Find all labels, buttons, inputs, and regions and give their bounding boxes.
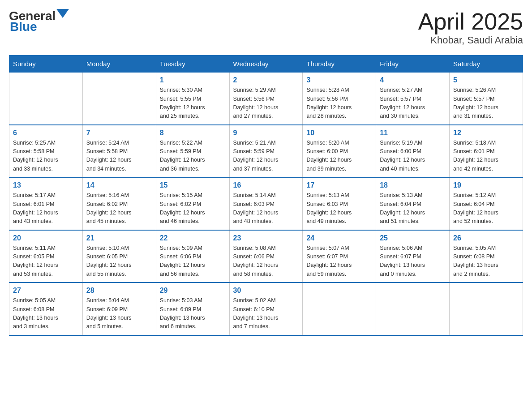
day-info: Sunrise: 5:19 AM Sunset: 6:00 PM Dayligh…	[380, 139, 446, 174]
day-number: 2	[233, 76, 299, 84]
day-number: 10	[306, 129, 372, 137]
day-info: Sunrise: 5:20 AM Sunset: 6:00 PM Dayligh…	[306, 139, 372, 174]
day-number: 8	[160, 129, 226, 137]
day-info: Sunrise: 5:24 AM Sunset: 5:58 PM Dayligh…	[86, 139, 152, 174]
calendar-cell: 6Sunrise: 5:25 AM Sunset: 5:58 PM Daylig…	[9, 125, 83, 178]
day-number: 19	[453, 181, 519, 189]
day-info: Sunrise: 5:30 AM Sunset: 5:55 PM Dayligh…	[160, 86, 226, 121]
day-number: 9	[233, 129, 299, 137]
calendar-cell: 1Sunrise: 5:30 AM Sunset: 5:55 PM Daylig…	[156, 73, 229, 125]
calendar-cell: 12Sunrise: 5:18 AM Sunset: 6:01 PM Dayli…	[450, 125, 523, 178]
day-number: 22	[160, 234, 226, 242]
day-number: 14	[86, 181, 152, 189]
calendar-table: SundayMondayTuesdayWednesdayThursdayFrid…	[9, 55, 523, 336]
calendar-week-row: 20Sunrise: 5:11 AM Sunset: 6:05 PM Dayli…	[9, 230, 523, 283]
day-number: 26	[453, 234, 519, 242]
day-number: 23	[233, 234, 299, 242]
calendar-cell	[82, 73, 156, 125]
day-info: Sunrise: 5:26 AM Sunset: 5:57 PM Dayligh…	[453, 86, 519, 121]
day-info: Sunrise: 5:11 AM Sunset: 6:05 PM Dayligh…	[13, 244, 79, 279]
header-tuesday: Tuesday	[156, 56, 229, 73]
day-number: 16	[233, 181, 299, 189]
header-thursday: Thursday	[303, 56, 376, 73]
day-info: Sunrise: 5:03 AM Sunset: 6:09 PM Dayligh…	[160, 296, 226, 331]
header-saturday: Saturday	[450, 56, 523, 73]
calendar-cell	[303, 283, 376, 335]
day-number: 18	[380, 181, 446, 189]
day-info: Sunrise: 5:10 AM Sunset: 6:05 PM Dayligh…	[86, 244, 152, 279]
calendar-cell: 29Sunrise: 5:03 AM Sunset: 6:09 PM Dayli…	[156, 283, 229, 335]
day-number: 3	[306, 76, 372, 84]
calendar-week-row: 6Sunrise: 5:25 AM Sunset: 5:58 PM Daylig…	[9, 125, 523, 178]
calendar-cell: 30Sunrise: 5:02 AM Sunset: 6:10 PM Dayli…	[229, 283, 303, 335]
day-number: 21	[86, 234, 152, 242]
day-number: 24	[306, 234, 372, 242]
day-info: Sunrise: 5:07 AM Sunset: 6:07 PM Dayligh…	[306, 244, 372, 279]
calendar-cell: 17Sunrise: 5:13 AM Sunset: 6:03 PM Dayli…	[303, 177, 376, 230]
header-sunday: Sunday	[9, 56, 83, 73]
day-info: Sunrise: 5:29 AM Sunset: 5:56 PM Dayligh…	[233, 86, 299, 121]
day-info: Sunrise: 5:22 AM Sunset: 5:59 PM Dayligh…	[160, 139, 226, 174]
svg-marker-0	[56, 9, 69, 18]
calendar-cell	[9, 73, 83, 125]
calendar-cell: 24Sunrise: 5:07 AM Sunset: 6:07 PM Dayli…	[303, 230, 376, 283]
calendar-cell: 8Sunrise: 5:22 AM Sunset: 5:59 PM Daylig…	[156, 125, 229, 178]
day-number: 17	[306, 181, 372, 189]
day-number: 7	[86, 129, 152, 137]
day-number: 11	[380, 129, 446, 137]
day-info: Sunrise: 5:14 AM Sunset: 6:03 PM Dayligh…	[233, 191, 299, 226]
day-number: 29	[160, 287, 226, 295]
calendar-cell: 10Sunrise: 5:20 AM Sunset: 6:00 PM Dayli…	[303, 125, 376, 178]
day-info: Sunrise: 5:05 AM Sunset: 6:08 PM Dayligh…	[453, 244, 519, 279]
day-number: 15	[160, 181, 226, 189]
logo-blue: Blue	[10, 20, 37, 34]
day-info: Sunrise: 5:12 AM Sunset: 6:04 PM Dayligh…	[453, 191, 519, 226]
day-info: Sunrise: 5:27 AM Sunset: 5:57 PM Dayligh…	[380, 86, 446, 121]
day-info: Sunrise: 5:18 AM Sunset: 6:01 PM Dayligh…	[453, 139, 519, 174]
day-number: 30	[233, 287, 299, 295]
calendar-cell: 13Sunrise: 5:17 AM Sunset: 6:01 PM Dayli…	[9, 177, 83, 230]
calendar-cell: 15Sunrise: 5:15 AM Sunset: 6:02 PM Dayli…	[156, 177, 229, 230]
logo-icon	[56, 9, 69, 21]
day-info: Sunrise: 5:17 AM Sunset: 6:01 PM Dayligh…	[13, 191, 79, 226]
page-subtitle: Khobar, Saudi Arabia	[418, 34, 523, 46]
day-number: 6	[13, 129, 79, 137]
day-info: Sunrise: 5:02 AM Sunset: 6:10 PM Dayligh…	[233, 296, 299, 331]
day-info: Sunrise: 5:21 AM Sunset: 5:59 PM Dayligh…	[233, 139, 299, 174]
day-info: Sunrise: 5:13 AM Sunset: 6:03 PM Dayligh…	[306, 191, 372, 226]
day-number: 28	[86, 287, 152, 295]
header-friday: Friday	[376, 56, 450, 73]
day-info: Sunrise: 5:04 AM Sunset: 6:09 PM Dayligh…	[86, 296, 152, 331]
day-info: Sunrise: 5:25 AM Sunset: 5:58 PM Dayligh…	[13, 139, 79, 174]
day-info: Sunrise: 5:09 AM Sunset: 6:06 PM Dayligh…	[160, 244, 226, 279]
calendar-cell	[450, 283, 523, 335]
day-info: Sunrise: 5:05 AM Sunset: 6:08 PM Dayligh…	[13, 296, 79, 331]
calendar-cell: 5Sunrise: 5:26 AM Sunset: 5:57 PM Daylig…	[450, 73, 523, 125]
calendar-cell: 2Sunrise: 5:29 AM Sunset: 5:56 PM Daylig…	[229, 73, 303, 125]
day-info: Sunrise: 5:13 AM Sunset: 6:04 PM Dayligh…	[380, 191, 446, 226]
calendar-cell: 14Sunrise: 5:16 AM Sunset: 6:02 PM Dayli…	[82, 177, 156, 230]
calendar-cell: 18Sunrise: 5:13 AM Sunset: 6:04 PM Dayli…	[376, 177, 450, 230]
header-monday: Monday	[82, 56, 156, 73]
calendar-header-row: SundayMondayTuesdayWednesdayThursdayFrid…	[9, 56, 523, 73]
calendar-cell: 26Sunrise: 5:05 AM Sunset: 6:08 PM Dayli…	[450, 230, 523, 283]
page-title: April 2025	[418, 9, 523, 34]
header-wednesday: Wednesday	[229, 56, 303, 73]
calendar-cell: 28Sunrise: 5:04 AM Sunset: 6:09 PM Dayli…	[82, 283, 156, 335]
calendar-cell: 7Sunrise: 5:24 AM Sunset: 5:58 PM Daylig…	[82, 125, 156, 178]
calendar-cell: 19Sunrise: 5:12 AM Sunset: 6:04 PM Dayli…	[450, 177, 523, 230]
calendar-cell: 9Sunrise: 5:21 AM Sunset: 5:59 PM Daylig…	[229, 125, 303, 178]
day-info: Sunrise: 5:16 AM Sunset: 6:02 PM Dayligh…	[86, 191, 152, 226]
calendar-cell: 22Sunrise: 5:09 AM Sunset: 6:06 PM Dayli…	[156, 230, 229, 283]
day-number: 12	[453, 129, 519, 137]
day-info: Sunrise: 5:15 AM Sunset: 6:02 PM Dayligh…	[160, 191, 226, 226]
calendar-week-row: 1Sunrise: 5:30 AM Sunset: 5:55 PM Daylig…	[9, 73, 523, 125]
day-number: 27	[13, 287, 79, 295]
calendar-cell: 20Sunrise: 5:11 AM Sunset: 6:05 PM Dayli…	[9, 230, 83, 283]
day-number: 4	[380, 76, 446, 84]
day-number: 13	[13, 181, 79, 189]
calendar-week-row: 27Sunrise: 5:05 AM Sunset: 6:08 PM Dayli…	[9, 283, 523, 335]
page-header: General Blue April 2025 Khobar, Saudi Ar…	[9, 9, 523, 46]
calendar-cell: 16Sunrise: 5:14 AM Sunset: 6:03 PM Dayli…	[229, 177, 303, 230]
day-number: 20	[13, 234, 79, 242]
